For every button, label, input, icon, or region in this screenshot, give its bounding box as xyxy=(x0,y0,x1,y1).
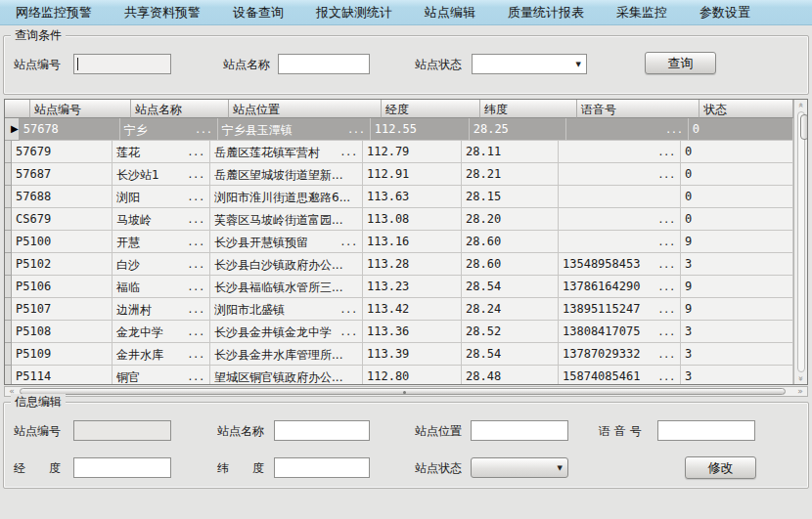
cell-longitude: 112.79 xyxy=(363,141,462,163)
cell-longitude: 113.36 xyxy=(363,321,462,343)
edit-latitude-label: 纬 度 xyxy=(217,458,264,478)
ellipsis: ... xyxy=(659,167,676,185)
row-selector xyxy=(5,141,12,163)
scroll-down-icon[interactable]: « xyxy=(795,376,806,382)
cell-text: 13895115247 xyxy=(563,302,640,320)
cell-text: 岳麓区莲花镇军营村 xyxy=(214,145,320,162)
col-header-voice-number[interactable]: 语音号 xyxy=(577,100,699,118)
search-button[interactable]: 查询 xyxy=(645,52,716,74)
table-row[interactable]: 57679 莲花... 岳麓区莲花镇军营村... 112.79 28.11 ..… xyxy=(5,141,793,163)
v-scroll-track[interactable] xyxy=(797,111,805,372)
col-header-longitude[interactable]: 经度 xyxy=(382,100,480,118)
scroll-right-icon[interactable]: » xyxy=(793,387,807,396)
menu-item-device-query[interactable]: 设备查询 xyxy=(225,0,292,25)
cell-longitude: 113.08 xyxy=(363,208,462,231)
edit-station-name-input[interactable] xyxy=(274,420,370,441)
table-row[interactable]: P5106 福临... 长沙县福临镇水管所三... 113.23 28.54 1… xyxy=(5,276,793,298)
cell-text: 开慧 xyxy=(116,235,140,252)
cell-status: 0 xyxy=(681,208,793,231)
edit-station-position-input[interactable] xyxy=(471,420,568,441)
chevron-down-icon: ▼ xyxy=(558,464,563,472)
cell-voice-number: 15874085461... xyxy=(559,366,681,384)
ellipsis: ... xyxy=(348,122,365,140)
horizontal-scrollbar[interactable]: « » xyxy=(4,386,808,397)
ellipsis: ... xyxy=(659,347,676,365)
cell-station-position: 长沙县开慧镇预留... xyxy=(210,231,363,253)
menu-item-shared-data-alert[interactable]: 共享资料预警 xyxy=(116,0,208,25)
col-header-latitude[interactable]: 纬度 xyxy=(480,100,577,118)
cell-status: 0 xyxy=(681,141,793,163)
cell-longitude: 113.16 xyxy=(363,231,462,253)
col-header-station-position[interactable]: 站点位置 xyxy=(229,100,382,118)
table-row[interactable]: CS679 马坡岭... 芙蓉区马坡岭街道富园... 113.08 28.20 … xyxy=(5,208,793,231)
edit-latitude-input[interactable] xyxy=(274,457,370,478)
table-row[interactable]: P5100 开慧... 长沙县开慧镇预留... 113.16 28.60 ...… xyxy=(5,231,793,253)
cell-station-code: P5114 xyxy=(12,366,113,384)
cell-latitude: 28.48 xyxy=(462,366,559,384)
cell-station-code: P5100 xyxy=(12,231,113,253)
cell-voice-number: 13808417075... xyxy=(559,321,681,343)
table-row[interactable]: 57687 长沙站1... 岳麓区望城坡街道望新... 112.91 28.21… xyxy=(5,163,793,186)
cell-text: 边洲村 xyxy=(116,302,152,320)
cell-latitude: 28.20 xyxy=(462,208,559,231)
menu-item-quality-report[interactable]: 质量统计报表 xyxy=(500,0,592,25)
cell-longitude: 112.55 xyxy=(371,118,470,141)
menu-item-message-missing-stats[interactable]: 报文缺测统计 xyxy=(308,0,400,25)
scroll-up-icon[interactable]: « xyxy=(795,103,806,108)
h-scroll-thumb[interactable] xyxy=(20,388,786,395)
cell-status: 9 xyxy=(681,231,793,253)
table-row[interactable]: P5107 边洲村... 浏阳市北盛镇... 113.42 28.24 1389… xyxy=(5,298,793,321)
cell-text: 长沙县开慧镇预留 xyxy=(214,235,308,252)
cell-latitude: 28.15 xyxy=(462,186,559,208)
table-row[interactable]: P5108 金龙中学... 长沙县金井镇金龙中学... 113.36 28.52… xyxy=(5,321,793,343)
table-row[interactable]: 57688 浏阳... 浏阳市淮川街道思邈路6... 113.63 28.15 … xyxy=(5,186,793,208)
v-scroll-thumb[interactable] xyxy=(800,114,808,140)
cell-station-position: 芙蓉区马坡岭街道富园... xyxy=(210,208,363,231)
table-row[interactable]: P5114 铜官... 望城区铜官镇政府办公... 112.80 28.48 1… xyxy=(5,366,793,384)
query-station-name-input[interactable] xyxy=(278,54,370,74)
row-selector xyxy=(5,208,12,231)
query-station-code-label: 站点编号 xyxy=(14,55,61,74)
menu-item-parameter-settings[interactable]: 参数设置 xyxy=(692,0,758,25)
query-station-status-select[interactable]: ▼ xyxy=(472,54,587,74)
cell-station-name: 马坡岭... xyxy=(113,208,210,231)
cell-text: 长沙县福临镇水管所三... xyxy=(214,280,342,297)
cell-text: 福临 xyxy=(116,280,140,297)
edit-station-status-select[interactable]: ▼ xyxy=(471,457,568,478)
cell-text: 宁乡 xyxy=(124,122,148,140)
ellipsis: ... xyxy=(666,122,683,140)
vertical-scrollbar[interactable]: « « xyxy=(793,100,807,384)
menu-item-network-monitoring-alert[interactable]: 网络监控预警 xyxy=(8,0,100,25)
table-row[interactable]: P5102 白沙... 长沙县白沙镇政府办公... 113.28 28.60 1… xyxy=(5,253,793,276)
corner-header-cell xyxy=(5,100,30,118)
table-row[interactable]: P5109 金井水库... 长沙县金井水库管理所... 113.39 28.54… xyxy=(5,343,793,366)
ellipsis: ... xyxy=(189,145,205,162)
col-header-status[interactable]: 状态 xyxy=(699,100,793,118)
table-row[interactable]: ▶ 57678 宁乡... 宁乡县玉潭镇... 112.55 28.25 ...… xyxy=(5,118,793,141)
cell-station-code: P5108 xyxy=(12,321,113,343)
cell-voice-number: ... xyxy=(559,141,681,163)
cell-text: 浏阳市北盛镇 xyxy=(214,302,285,320)
cell-longitude: 112.80 xyxy=(363,366,462,384)
station-grid: 站点编号 站点名称 站点位置 经度 纬度 语音号 状态 ▶ 57678 宁乡..… xyxy=(4,99,808,385)
ellipsis: ... xyxy=(659,235,676,252)
cell-station-code: P5106 xyxy=(12,276,113,298)
query-station-code-input[interactable] xyxy=(73,54,171,74)
cell-status: 3 xyxy=(681,343,793,366)
row-selector xyxy=(5,163,12,186)
cell-station-code: CS679 xyxy=(12,208,113,231)
menu-item-station-edit[interactable]: 站点编辑 xyxy=(417,0,483,25)
col-header-station-code[interactable]: 站点编号 xyxy=(30,100,131,118)
cell-text: 13786164290 xyxy=(563,280,640,297)
ellipsis: ... xyxy=(196,122,212,140)
cell-station-position: 岳麓区莲花镇军营村... xyxy=(210,141,363,163)
edit-panel-title: 信息编辑 xyxy=(11,394,66,411)
ellipsis: ... xyxy=(659,257,676,275)
col-header-station-name[interactable]: 站点名称 xyxy=(131,100,229,118)
edit-longitude-input[interactable] xyxy=(73,457,171,478)
modify-button[interactable]: 修改 xyxy=(685,456,756,479)
cell-text: 长沙县金井镇金龙中学 xyxy=(214,324,332,342)
edit-voice-number-input[interactable] xyxy=(657,420,755,441)
ellipsis: ... xyxy=(189,167,205,185)
menu-item-collection-monitor[interactable]: 采集监控 xyxy=(609,0,675,25)
